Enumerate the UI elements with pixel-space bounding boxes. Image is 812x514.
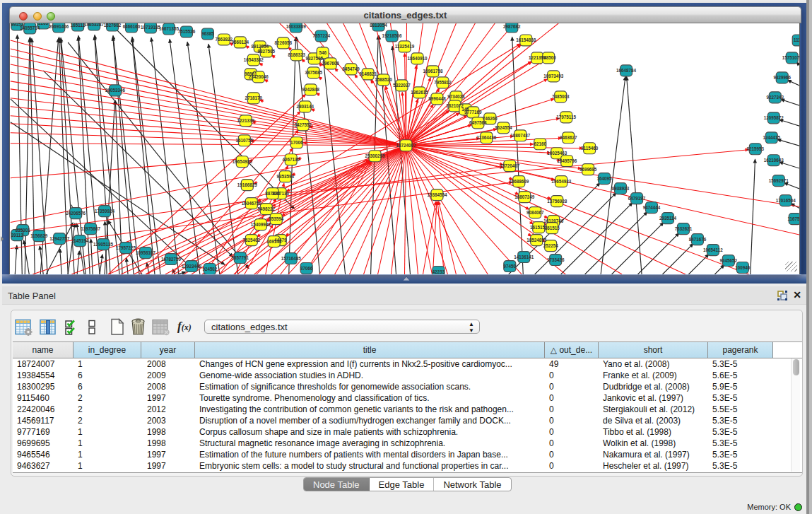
svg-text:23420046: 23420046 (249, 74, 269, 79)
svg-text:11325419: 11325419 (395, 44, 415, 49)
svg-text:2263: 2263 (38, 23, 48, 25)
svg-text:9660124: 9660124 (232, 40, 249, 45)
svg-text:39113: 39113 (11, 233, 24, 238)
svg-text:10719185: 10719185 (141, 25, 160, 30)
svg-text:5322037: 5322037 (393, 83, 411, 88)
svg-text:12905135: 12905135 (93, 242, 113, 247)
svg-text:15751074: 15751074 (782, 55, 800, 60)
svg-text:14136141: 14136141 (514, 255, 534, 259)
svg-text:1244415: 1244415 (763, 135, 781, 140)
svg-text:10025463: 10025463 (547, 151, 567, 156)
svg-text:3624554: 3624554 (495, 125, 512, 130)
svg-text:17016504: 17016504 (776, 198, 796, 203)
svg-text:2987682: 2987682 (503, 24, 521, 29)
svg-text:1362615: 1362615 (411, 90, 428, 95)
svg-text:16046756: 16046756 (242, 201, 261, 206)
svg-text:7625402: 7625402 (243, 238, 261, 243)
svg-text:116753: 116753 (787, 216, 800, 221)
svg-text:8990448: 8990448 (428, 96, 446, 101)
svg-text:15495796: 15495796 (557, 158, 577, 163)
svg-text:100946: 100946 (735, 265, 750, 270)
svg-text:9777169: 9777169 (464, 110, 482, 115)
svg-text:2803144: 2803144 (296, 104, 314, 109)
svg-text:1117: 1117 (794, 37, 800, 42)
svg-text:12095872: 12095872 (764, 115, 784, 120)
svg-text:1527602: 1527602 (104, 23, 122, 28)
svg-text:96385: 96385 (201, 31, 214, 36)
svg-text:164095: 164095 (597, 176, 612, 181)
svg-text:8186323: 8186323 (288, 52, 305, 57)
svg-text:10958107: 10958107 (136, 250, 155, 255)
svg-text:10653287: 10653287 (84, 23, 104, 27)
svg-text:25300295: 25300295 (365, 153, 385, 158)
svg-text:19654923: 19654923 (551, 179, 571, 184)
svg-text:9115460: 9115460 (581, 146, 599, 151)
svg-text:7357224: 7357224 (312, 33, 330, 38)
svg-text:8938923: 8938923 (612, 186, 630, 191)
svg-text:9146821: 9146821 (359, 71, 377, 76)
svg-text:553594: 553594 (269, 216, 283, 221)
svg-text:9827505: 9827505 (258, 49, 276, 54)
svg-text:1610755: 1610755 (236, 138, 254, 143)
svg-text:18724007: 18724007 (396, 143, 416, 148)
svg-text:9245652: 9245652 (720, 258, 738, 263)
svg-text:16120746: 16120746 (543, 218, 563, 223)
svg-text:87066: 87066 (300, 266, 313, 271)
svg-text:8813054: 8813054 (370, 23, 387, 28)
svg-text:4267130: 4267130 (282, 157, 300, 162)
svg-text:3875685: 3875685 (305, 70, 322, 75)
svg-text:12942757: 12942757 (49, 236, 69, 241)
svg-text:13975867: 13975867 (81, 226, 100, 231)
svg-text:10807487: 10807487 (510, 133, 530, 138)
svg-text:17006: 17006 (290, 140, 303, 145)
svg-text:19654932: 19654932 (233, 159, 252, 164)
svg-text:1145194: 1145194 (71, 238, 89, 243)
svg-text:10688609: 10688609 (509, 179, 529, 184)
svg-text:19384554: 19384554 (427, 192, 447, 197)
svg-text:8912954: 8912954 (252, 44, 269, 49)
svg-text:12923448: 12923448 (182, 264, 201, 269)
svg-text:8215953: 8215953 (747, 146, 765, 151)
svg-text:8471676: 8471676 (689, 237, 707, 242)
svg-text:13756928: 13756928 (547, 199, 567, 204)
svg-text:5498222: 5498222 (258, 206, 276, 211)
svg-text:29053346: 29053346 (105, 88, 125, 93)
svg-text:8427552: 8427552 (294, 122, 312, 127)
svg-text:16210643: 16210643 (764, 158, 784, 163)
svg-text:2935114: 2935114 (659, 216, 677, 221)
svg-text:16033809: 16033809 (286, 24, 306, 29)
svg-text:16543382: 16543382 (244, 57, 264, 62)
svg-text:7515526: 7515526 (178, 29, 196, 34)
svg-text:9474444: 9474444 (643, 205, 661, 210)
svg-text:9734028: 9734028 (447, 94, 465, 99)
svg-text:9699695: 9699695 (579, 167, 597, 172)
svg-text:24206576: 24206576 (66, 211, 86, 216)
svg-text:165112: 165112 (71, 23, 86, 28)
svg-text:9227343: 9227343 (767, 95, 784, 100)
svg-text:19218506: 19218506 (382, 33, 402, 38)
svg-text:15720407: 15720407 (500, 163, 519, 168)
svg-text:7632621: 7632621 (675, 226, 693, 231)
svg-text:7663822: 7663822 (216, 37, 233, 42)
svg-text:18807249: 18807249 (514, 194, 534, 199)
svg-text:887833: 887833 (265, 191, 280, 196)
svg-text:8454749: 8454749 (342, 66, 360, 71)
svg-text:62160: 62160 (534, 141, 546, 146)
svg-text:19166825: 19166825 (237, 182, 257, 187)
svg-text:924502: 924502 (202, 267, 217, 271)
svg-text:7485003: 7485003 (552, 94, 570, 99)
svg-text:9463627: 9463627 (560, 135, 577, 140)
svg-text:16154838: 16154838 (516, 37, 536, 42)
svg-text:9242848: 9242848 (302, 87, 319, 92)
svg-text:20691406: 20691406 (49, 24, 69, 29)
svg-text:14055714: 14055714 (20, 25, 40, 30)
svg-text:9329966: 9329966 (774, 75, 792, 80)
svg-text:15409948: 15409948 (251, 222, 271, 227)
svg-text:16648784: 16648784 (616, 68, 636, 73)
svg-text:6479197: 6479197 (628, 196, 646, 201)
svg-text:9353594: 9353594 (277, 174, 295, 179)
svg-text:1156829: 1156829 (30, 233, 48, 238)
svg-text:16782759: 16782759 (161, 257, 181, 262)
svg-text:16961758: 16961758 (423, 69, 442, 74)
svg-text:21364436: 21364436 (476, 135, 496, 140)
